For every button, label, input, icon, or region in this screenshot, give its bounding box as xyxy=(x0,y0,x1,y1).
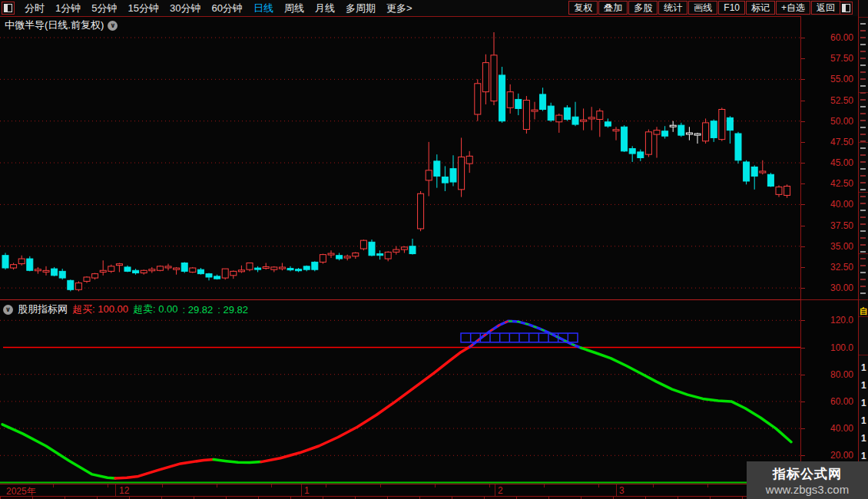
axis-tick xyxy=(801,142,805,143)
period-item-4[interactable]: 15分钟 xyxy=(122,2,164,15)
axis-label: 30.00 xyxy=(830,283,853,293)
axis-label: 47.50 xyxy=(830,137,853,147)
sidebar-divider xyxy=(859,142,868,143)
candle-93 xyxy=(751,165,757,190)
period-item-2[interactable]: 1分钟 xyxy=(50,2,86,15)
sidebar-digit[interactable]: 1 xyxy=(861,451,866,461)
period-item-1[interactable]: 分时 xyxy=(19,2,50,15)
candle-72 xyxy=(581,108,587,130)
sidebar-cutoff-glyph xyxy=(860,244,866,246)
month-label-3: 3 xyxy=(619,485,624,496)
sidebar-divider xyxy=(859,299,868,300)
candle-6 xyxy=(43,266,49,276)
toolbar-button-1[interactable]: 复权 xyxy=(568,1,598,15)
axis-tick xyxy=(801,38,805,38)
panel-separator xyxy=(0,299,857,300)
candle-4 xyxy=(27,256,33,272)
period-item-3[interactable]: 5分钟 xyxy=(86,2,122,15)
axis-label: 80.00 xyxy=(830,369,853,380)
sidebar-digit[interactable]: 1 xyxy=(861,362,866,373)
period-item-11[interactable]: 更多> xyxy=(381,2,418,15)
candle-21 xyxy=(165,264,171,271)
sidebar-cutoff-glyph xyxy=(860,203,866,204)
candle-85 xyxy=(686,127,692,140)
candle-62 xyxy=(499,67,505,123)
toolbar-button-2[interactable]: 叠加 xyxy=(598,1,628,15)
axis-label: 20.00 xyxy=(830,450,853,461)
candle-2 xyxy=(11,263,17,269)
candle-78 xyxy=(629,146,635,162)
period-item-8[interactable]: 周线 xyxy=(279,2,310,15)
candle-28 xyxy=(222,269,228,279)
sidebar-digit[interactable]: 1 xyxy=(861,415,866,426)
toolbar-button-3[interactable]: 多股 xyxy=(628,1,658,15)
period-item-7[interactable]: 日线 xyxy=(248,2,279,15)
chevron-down-icon[interactable]: ∨ xyxy=(3,305,13,315)
candle-91 xyxy=(735,132,741,164)
sidebar-cutoff-glyph xyxy=(860,71,866,73)
axis-label: 60.00 xyxy=(830,32,853,43)
watermark-title: 指标公式网 xyxy=(773,465,842,483)
sidebar-digit[interactable]: 1 xyxy=(861,380,866,391)
candle-34 xyxy=(271,266,277,273)
candle-50 xyxy=(401,246,407,253)
candle-27 xyxy=(214,275,220,280)
toolbar-button-6[interactable]: F10 xyxy=(718,1,745,15)
candle-64 xyxy=(515,94,522,115)
month-label-2: 2 xyxy=(498,485,503,496)
candle-1 xyxy=(2,253,8,269)
candle-5 xyxy=(35,267,41,274)
candle-68 xyxy=(548,103,554,122)
candle-87 xyxy=(703,118,709,144)
sidebar-cutoff-glyph xyxy=(860,23,866,25)
sidebar-digit[interactable]: 1 xyxy=(861,398,866,408)
toolbar-button-4[interactable]: 统计 xyxy=(658,1,687,15)
toolbar-button-8[interactable]: +自选 xyxy=(776,1,810,15)
indicator-chart[interactable] xyxy=(0,316,800,484)
candle-24 xyxy=(190,267,196,273)
period-item-9[interactable]: 月线 xyxy=(310,2,340,15)
axis-tick xyxy=(801,246,805,247)
month-divider xyxy=(115,484,116,497)
candle-8 xyxy=(59,269,65,279)
candle-15 xyxy=(116,263,122,272)
toolbar-button-9[interactable]: 返回 xyxy=(811,1,840,15)
candle-47 xyxy=(377,250,383,259)
sidebar-cutoff-glyph xyxy=(860,154,866,156)
indicator-name[interactable]: 股朋指标网 xyxy=(18,302,68,316)
sidebar-cutoff-glyph xyxy=(860,140,866,142)
sidebar-cutoff-glyph xyxy=(860,210,866,211)
period-item-10[interactable]: 多周期 xyxy=(340,2,381,15)
axis-label: 35.00 xyxy=(830,241,853,252)
chevron-down-icon[interactable]: ∨ xyxy=(108,21,118,31)
week-tick xyxy=(162,484,163,487)
panel-layout-icon[interactable] xyxy=(2,2,15,15)
watermark-box: 指标公式网 www.zbgs3.com xyxy=(747,461,868,499)
chart-title-row: 中微半导(日线.前复权) ∨ xyxy=(5,18,118,32)
axis-label: 37.50 xyxy=(830,220,853,231)
candle-37 xyxy=(296,268,302,272)
sidebar-cutoff-glyph xyxy=(860,223,866,225)
period-item-5[interactable]: 30分钟 xyxy=(164,2,206,15)
candle-81 xyxy=(654,127,660,157)
indicator-curve-green xyxy=(581,348,791,441)
candle-55 xyxy=(442,166,448,191)
sidebar-cutoff-glyph xyxy=(860,106,866,107)
candle-43 xyxy=(344,255,350,261)
candle-11 xyxy=(84,276,90,283)
sidebar-highlight-label[interactable]: 自 xyxy=(860,306,868,317)
week-tick xyxy=(489,484,490,487)
toolbar-button-7[interactable]: 标记 xyxy=(746,1,775,15)
sidebar-digit[interactable]: 1 xyxy=(861,433,866,444)
candlestick-chart[interactable] xyxy=(0,32,800,299)
axis-tick xyxy=(801,402,805,402)
candle-74 xyxy=(597,108,603,137)
candle-9 xyxy=(68,279,74,291)
period-item-6[interactable]: 60分钟 xyxy=(206,2,247,15)
toolbar-button-5[interactable]: 画线 xyxy=(688,1,717,15)
candle-83 xyxy=(670,121,676,132)
panel-layout-icon-right[interactable] xyxy=(840,2,853,15)
axis-label: 40.00 xyxy=(830,423,853,434)
candle-25 xyxy=(197,268,204,275)
right-sidebar-cutoff[interactable]: 自 111111 xyxy=(858,0,868,499)
